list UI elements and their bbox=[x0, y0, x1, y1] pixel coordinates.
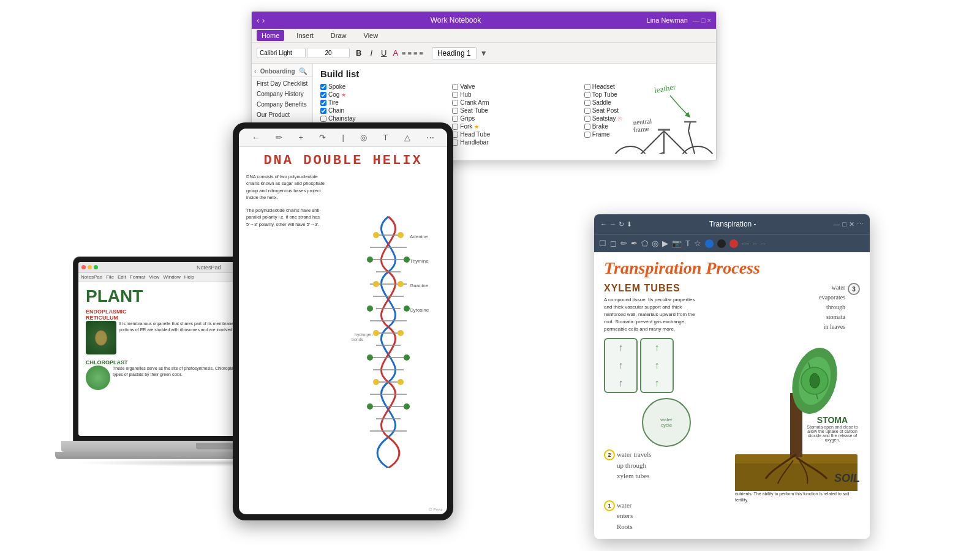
svg-text:bonds: bonds bbox=[352, 337, 364, 342]
highlight-button[interactable]: A bbox=[393, 48, 398, 58]
underline-button[interactable]: U bbox=[379, 48, 389, 58]
sidebar-item-company-history[interactable]: Company History bbox=[252, 89, 312, 99]
add-icon[interactable]: + bbox=[299, 133, 304, 142]
menu-file[interactable]: File bbox=[106, 274, 114, 280]
circle-container: watercycle bbox=[604, 398, 729, 447]
bold-button[interactable]: B bbox=[353, 48, 364, 58]
menu-edit[interactable]: Edit bbox=[118, 274, 126, 280]
checkbox-grips[interactable] bbox=[452, 116, 458, 122]
checkbox-saddle[interactable] bbox=[584, 100, 590, 106]
checkbox-headset[interactable] bbox=[584, 84, 590, 90]
trans-tool-eraser[interactable]: ◻ bbox=[610, 239, 617, 248]
trans-minimize-icon[interactable]: — bbox=[833, 220, 840, 228]
up-arrow-6: ↑ bbox=[655, 378, 660, 389]
item-label: Spoke bbox=[328, 83, 345, 90]
search-icon[interactable]: 🔍 bbox=[299, 67, 307, 75]
water-travels-section: 2 water travels up through xylem tubes bbox=[604, 449, 729, 482]
onenote-window-controls[interactable]: — □ × bbox=[693, 17, 711, 24]
pencil-icon[interactable]: ✏ bbox=[276, 133, 282, 142]
color-red[interactable] bbox=[729, 239, 738, 248]
checkbox-crank-arm[interactable] bbox=[452, 100, 458, 106]
list-item: Hub bbox=[452, 91, 576, 99]
checkbox-seatstay[interactable] bbox=[584, 116, 590, 122]
checkbox-frame[interactable] bbox=[584, 132, 590, 138]
trans-tool-highlight[interactable]: ☆ bbox=[694, 239, 701, 248]
checkbox-seat-post[interactable] bbox=[584, 108, 590, 114]
redo-icon[interactable]: ↷ bbox=[319, 133, 326, 142]
undo-icon[interactable]: ← bbox=[252, 133, 260, 142]
tab-home[interactable]: Home bbox=[257, 30, 284, 41]
svg-point-41 bbox=[398, 281, 404, 287]
nav-forward-icon[interactable]: › bbox=[262, 15, 265, 25]
dash-line-icon[interactable]: — bbox=[742, 239, 749, 248]
menu-window[interactable]: Window bbox=[163, 274, 180, 280]
color-black[interactable] bbox=[717, 239, 726, 248]
format-more-button[interactable]: ≡ ≡ ≡ ≡ bbox=[402, 50, 423, 57]
tab-insert[interactable]: Insert bbox=[292, 30, 318, 41]
back-icon[interactable]: ‹ bbox=[254, 68, 256, 75]
menu-notespad[interactable]: NotesPad bbox=[81, 274, 102, 280]
menu-format[interactable]: Format bbox=[130, 274, 145, 280]
onenote-ribbon: Home Insert Draw View bbox=[252, 29, 716, 43]
nav-back-icon[interactable]: ‹ bbox=[257, 15, 260, 25]
dna-svg: Adenine Thymine Guanine Cytosine hydroge… bbox=[339, 211, 437, 468]
sidebar-item-company-benefits[interactable]: Company Benefits bbox=[252, 99, 312, 110]
trans-tool-circle[interactable]: ◎ bbox=[652, 239, 658, 248]
checkbox-fork[interactable] bbox=[452, 124, 458, 130]
svg-point-40 bbox=[373, 281, 379, 287]
trans-forward-icon[interactable]: → bbox=[609, 220, 616, 228]
thick-line-icon[interactable]: ⏤ bbox=[761, 239, 765, 248]
trans-tool-marker[interactable]: ✒ bbox=[631, 239, 638, 248]
plant-diagram: STOMA Stomata open and close to allow th… bbox=[735, 332, 860, 485]
color-blue[interactable] bbox=[705, 239, 714, 248]
checkbox-hub[interactable] bbox=[452, 92, 458, 98]
trans-tool-lasso[interactable]: ⬠ bbox=[641, 239, 648, 248]
tab-draw[interactable]: Draw bbox=[326, 30, 352, 41]
trans-back-icon[interactable]: ← bbox=[600, 220, 607, 228]
checkbox-cog[interactable] bbox=[320, 92, 326, 98]
sidebar-item-first-day[interactable]: First Day Checklist bbox=[252, 78, 312, 89]
checkbox-brake[interactable] bbox=[584, 124, 590, 130]
water-travels-text: water travels up through xylem tubes bbox=[617, 449, 652, 482]
more-tools-icon[interactable]: ⋯ bbox=[426, 133, 434, 142]
trans-tool-media[interactable]: ▶ bbox=[662, 239, 668, 248]
checkbox-valve[interactable] bbox=[452, 84, 458, 90]
trans-maximize-icon[interactable]: □ bbox=[842, 220, 846, 228]
checkbox-chainstay[interactable] bbox=[320, 116, 326, 122]
trans-more-icon[interactable]: ⋯ bbox=[857, 220, 864, 228]
svg-point-42 bbox=[367, 305, 373, 312]
trans-download-icon[interactable]: ⬇ bbox=[627, 220, 632, 228]
trans-tool-pen[interactable]: ✏ bbox=[620, 239, 627, 248]
list-item: Handlebar bbox=[452, 138, 576, 146]
checkbox-chain[interactable] bbox=[320, 108, 326, 114]
thin-line-icon[interactable]: – bbox=[753, 239, 757, 248]
nav-arrows[interactable]: ‹ › bbox=[257, 15, 265, 25]
sidebar-item-our-product[interactable]: Our Product bbox=[252, 110, 312, 120]
checkbox-spoke[interactable] bbox=[320, 84, 326, 90]
menu-view[interactable]: View bbox=[149, 274, 159, 280]
heading-dropdown[interactable]: Heading 1 bbox=[432, 47, 477, 59]
item-label: Chain bbox=[328, 107, 344, 114]
trans-refresh-icon[interactable]: ↻ bbox=[619, 220, 624, 228]
menu-help[interactable]: Help bbox=[184, 274, 194, 280]
lasso-icon[interactable]: ◎ bbox=[360, 133, 367, 142]
italic-button[interactable]: I bbox=[368, 48, 375, 58]
dna-text-column: DNA consists of two polynucleotide chain… bbox=[246, 173, 332, 505]
mac-minimize-button[interactable] bbox=[88, 265, 92, 269]
font-size-field[interactable]: 20 bbox=[307, 48, 350, 58]
type-icon[interactable]: T bbox=[383, 133, 388, 142]
ruler-icon[interactable]: | bbox=[342, 133, 344, 142]
checkbox-top-tube[interactable] bbox=[584, 92, 590, 98]
heading-expand-button[interactable]: ▼ bbox=[480, 49, 488, 58]
trans-close-icon[interactable]: ✕ bbox=[849, 220, 854, 228]
trans-tool-text[interactable]: T bbox=[685, 239, 690, 248]
trans-tool-photo[interactable]: 📷 bbox=[672, 239, 682, 248]
shape-icon[interactable]: △ bbox=[404, 133, 410, 142]
mac-close-button[interactable] bbox=[81, 265, 86, 269]
mac-fullscreen-button[interactable] bbox=[94, 265, 98, 269]
checkbox-tire[interactable] bbox=[320, 100, 326, 106]
tab-view[interactable]: View bbox=[359, 30, 383, 41]
checkbox-seat-tube[interactable] bbox=[452, 108, 458, 114]
trans-tool-rect[interactable]: ☐ bbox=[599, 239, 606, 248]
font-name-field[interactable]: Calibri Light bbox=[257, 48, 306, 58]
